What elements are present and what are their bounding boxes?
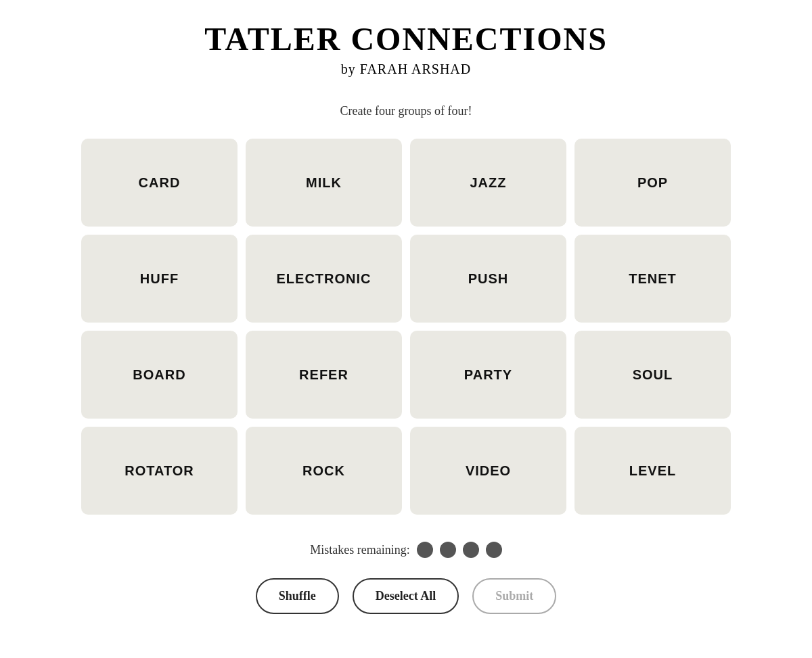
card-2-label: MILK [306, 175, 342, 191]
shuffle-button[interactable]: Shuffle [256, 578, 339, 614]
card-7[interactable]: PUSH [410, 235, 566, 323]
mistakes-row: Mistakes remaining: [310, 542, 501, 558]
page-container: TATLER CONNECTIONS by FARAH ARSHAD Creat… [34, 0, 778, 614]
card-8-label: TENET [629, 271, 677, 287]
card-11[interactable]: PARTY [410, 331, 566, 419]
word-grid: CARDMILKJAZZPOPHUFFELECTRONICPUSHTENETBO… [81, 139, 731, 515]
card-13-label: ROTATOR [125, 463, 194, 479]
mistake-dot-2 [440, 542, 456, 558]
instructions-text: Create four groups of four! [340, 104, 472, 118]
card-3-label: JAZZ [470, 175, 507, 191]
mistake-dot-1 [417, 542, 433, 558]
card-3[interactable]: JAZZ [410, 139, 566, 227]
mistakes-dots [417, 542, 502, 558]
card-7-label: PUSH [468, 271, 509, 287]
card-1[interactable]: CARD [81, 139, 238, 227]
mistake-dot-3 [463, 542, 479, 558]
card-6[interactable]: ELECTRONIC [246, 235, 402, 323]
mistakes-label: Mistakes remaining: [310, 543, 409, 557]
card-13[interactable]: ROTATOR [81, 427, 238, 515]
card-6-label: ELECTRONIC [277, 271, 371, 287]
card-5[interactable]: HUFF [81, 235, 238, 323]
card-10-label: REFER [299, 367, 348, 383]
card-14-label: ROCK [302, 463, 345, 479]
card-9[interactable]: BOARD [81, 331, 238, 419]
buttons-row: Shuffle Deselect All Submit [256, 578, 557, 614]
card-4-label: POP [637, 175, 668, 191]
card-15[interactable]: VIDEO [410, 427, 566, 515]
card-8[interactable]: TENET [574, 235, 731, 323]
card-2[interactable]: MILK [246, 139, 402, 227]
card-4[interactable]: POP [574, 139, 731, 227]
card-12-label: SOUL [633, 367, 673, 383]
card-9-label: BOARD [133, 367, 185, 383]
mistake-dot-4 [486, 542, 502, 558]
card-16-label: LEVEL [629, 463, 676, 479]
page-subtitle: by FARAH ARSHAD [341, 62, 471, 77]
card-5-label: HUFF [140, 271, 179, 287]
card-15-label: VIDEO [466, 463, 511, 479]
card-12[interactable]: SOUL [574, 331, 731, 419]
card-10[interactable]: REFER [246, 331, 402, 419]
card-11-label: PARTY [464, 367, 512, 383]
page-title: TATLER CONNECTIONS [204, 20, 608, 57]
deselect-all-button[interactable]: Deselect All [353, 578, 459, 614]
submit-button[interactable]: Submit [472, 578, 556, 614]
card-16[interactable]: LEVEL [574, 427, 731, 515]
card-14[interactable]: ROCK [246, 427, 402, 515]
card-1-label: CARD [139, 175, 181, 191]
